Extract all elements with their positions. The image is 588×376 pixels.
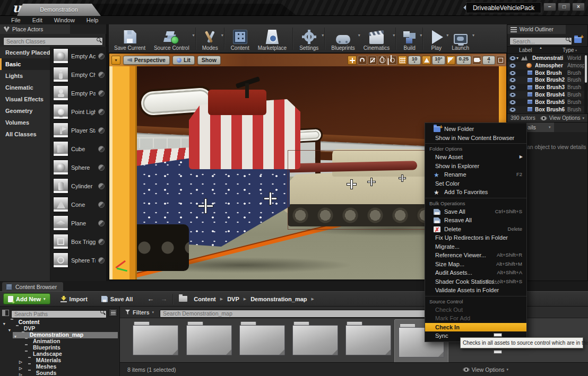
close-button[interactable]: ×: [572, 3, 585, 11]
visibility-eye-icon[interactable]: [509, 71, 516, 75]
blueprints-button[interactable]: ▾Blueprints: [327, 25, 359, 53]
breadcrumb-separator-icon[interactable]: ▶: [310, 297, 315, 301]
rotation-snap-value[interactable]: 10°▾: [432, 56, 445, 65]
menu-item-set-color[interactable]: Set Color: [425, 179, 526, 188]
actor-item-empty-actor[interactable]: Empty Act: [50, 47, 106, 65]
tree-item-sounds[interactable]: ▷Sounds: [0, 370, 120, 376]
category-visual-effects[interactable]: Visual Effects: [0, 93, 50, 105]
outliner-row-world[interactable]: ▾DemonstratiWorld: [507, 55, 588, 62]
add-new-button[interactable]: Add New▾: [3, 293, 50, 304]
folder-tile[interactable]: [186, 321, 232, 355]
menu-item-mark-for-add[interactable]: Mark For Add: [425, 314, 526, 323]
actor-item-point-light[interactable]: Point Ligh: [50, 102, 106, 121]
category-volumes[interactable]: Volumes: [0, 117, 50, 128]
folder-tile[interactable]: [239, 321, 285, 355]
new-folder-icon[interactable]: [574, 37, 582, 43]
camera-speed-button[interactable]: [472, 56, 481, 65]
folder-tile[interactable]: [133, 321, 178, 355]
menu-item-resave-all[interactable]: Resave All: [425, 216, 526, 225]
tree-item-meshes[interactable]: ▷Meshes: [0, 364, 120, 370]
save-all-button[interactable]: Save All: [97, 293, 137, 305]
actor-item-empty-pawn[interactable]: Empty Paw: [50, 84, 106, 102]
outliner-row-box-brush[interactable]: Box Brush5Brush: [507, 99, 588, 106]
source-control-button[interactable]: ▾Source Control: [150, 25, 194, 53]
content-browser-tab[interactable]: Content Browser: [2, 282, 63, 291]
menu-item-audit-assets[interactable]: Audit Assets...Alt+Shift+A: [425, 268, 526, 277]
outliner-view-options-button[interactable]: View Options▾: [540, 115, 584, 121]
menu-item-new-asset[interactable]: New Asset▶: [425, 153, 526, 162]
sources-panel-toggle-icon[interactable]: [2, 310, 9, 316]
menu-item-show-in-new-content-browser[interactable]: Show in New Content Browser: [425, 134, 526, 143]
viewport-options-button[interactable]: ▾: [111, 56, 120, 65]
outliner-row-box-brush[interactable]: Box Brush4Brush: [507, 91, 588, 99]
forward-arrow-button[interactable]: →: [157, 295, 170, 303]
level-tab[interactable]: Demonstration: [17, 4, 101, 16]
build-button[interactable]: ▾Build: [398, 25, 421, 53]
category-geometry[interactable]: Geometry: [0, 105, 50, 117]
menu-item-fix-up-redirectors[interactable]: Fix Up Redirectors in Folder: [425, 233, 526, 242]
label-column-header[interactable]: Label: [519, 47, 532, 53]
category-lights[interactable]: Lights: [0, 70, 50, 82]
menu-item-rename[interactable]: RenameF2: [425, 170, 526, 179]
visibility-eye-icon[interactable]: [509, 85, 516, 90]
cinematics-button[interactable]: ▾Cinematics: [359, 25, 394, 53]
show-flags-button[interactable]: Show: [197, 56, 221, 65]
breadcrumb-content[interactable]: Content: [191, 296, 219, 302]
actor-item-player-start[interactable]: Player Sta: [50, 121, 106, 139]
outliner-row-box-brush[interactable]: Box BrushBrush: [507, 69, 588, 77]
outliner-row-box-brush[interactable]: Box Brush6Brush: [507, 106, 588, 113]
translate-tool-button[interactable]: [348, 56, 357, 65]
menu-file[interactable]: File: [5, 16, 27, 24]
scale-tool-button[interactable]: [368, 56, 377, 65]
menu-item-shader-cook-statistics[interactable]: Shader Cook Statistics...Ctrl+Alt+Shift+…: [425, 277, 526, 286]
perspective-button[interactable]: Perspective: [123, 56, 170, 65]
search-paths-input[interactable]: [11, 310, 107, 318]
menu-item-size-map[interactable]: Size Map...Alt+Shift+M: [425, 260, 526, 269]
type-column-header[interactable]: Type: [563, 47, 575, 53]
move-gizmo[interactable]: [368, 178, 375, 186]
launch-button[interactable]: ▾Launch: [447, 25, 473, 53]
category-all-classes[interactable]: All Classes: [0, 128, 50, 140]
play-button[interactable]: ▾Play: [425, 25, 447, 53]
menu-item-migrate[interactable]: Migrate...: [425, 242, 526, 251]
visibility-eye-icon[interactable]: [509, 108, 516, 112]
rotate-tool-button[interactable]: [358, 56, 367, 65]
outliner-scrollbar-thumb[interactable]: [585, 55, 587, 83]
breadcrumb-dvp[interactable]: DVP: [224, 296, 243, 302]
actor-item-cylinder[interactable]: Cylinder: [50, 177, 106, 195]
actor-item-box-trigger[interactable]: Box Trigge: [50, 232, 106, 251]
filters-button[interactable]: Filters: [133, 309, 150, 316]
world-local-toggle-button[interactable]: [378, 56, 387, 65]
marketplace-button[interactable]: Marketplace: [254, 25, 291, 53]
menu-item-new-folder[interactable]: New Folder: [425, 125, 526, 134]
menu-item-delete[interactable]: DeleteDelete: [425, 225, 526, 234]
outliner-search-input[interactable]: [509, 37, 572, 45]
actor-item-plane[interactable]: Plane: [50, 214, 106, 232]
menu-help[interactable]: Help: [81, 16, 105, 24]
menu-item-check-in[interactable]: Check In: [425, 323, 526, 332]
maximize-button[interactable]: □: [558, 3, 570, 11]
maximize-viewport-button[interactable]: [496, 56, 505, 65]
content-button[interactable]: Content: [227, 25, 254, 53]
tree-item-demonstration-map[interactable]: ▾Demonstration_map: [0, 332, 120, 338]
surface-snap-button[interactable]: [388, 56, 397, 65]
expander-icon[interactable]: ▷: [19, 372, 22, 376]
folder-tile[interactable]: [345, 321, 391, 355]
grid-snap-value[interactable]: 10▾: [408, 56, 421, 65]
move-gizmo[interactable]: [198, 199, 213, 213]
menu-item-add-to-favorites[interactable]: Add To Favorites: [425, 188, 526, 197]
category-recently-placed[interactable]: Recently Placed: [0, 47, 50, 58]
tree-item-materials[interactable]: ▷MAterials: [0, 357, 120, 364]
menu-item-save-all[interactable]: Save AllCtrl+Shift+S: [425, 207, 526, 216]
modes-button[interactable]: ▾Modes: [198, 25, 222, 53]
minimize-button[interactable]: −: [543, 3, 556, 11]
camera-speed-value[interactable]: 4▾: [482, 56, 495, 65]
menu-item-validate-assets[interactable]: Validate Assets in Folder: [425, 286, 526, 295]
view-list-button[interactable]: [109, 309, 117, 317]
move-gizmo[interactable]: [399, 175, 405, 181]
actor-item-cone[interactable]: Cone: [50, 195, 106, 214]
grid-snap-toggle-button[interactable]: [398, 56, 407, 65]
menu-edit[interactable]: Edit: [27, 16, 48, 24]
visibility-eye-icon[interactable]: [509, 93, 516, 97]
back-arrow-button[interactable]: ←: [144, 295, 157, 303]
